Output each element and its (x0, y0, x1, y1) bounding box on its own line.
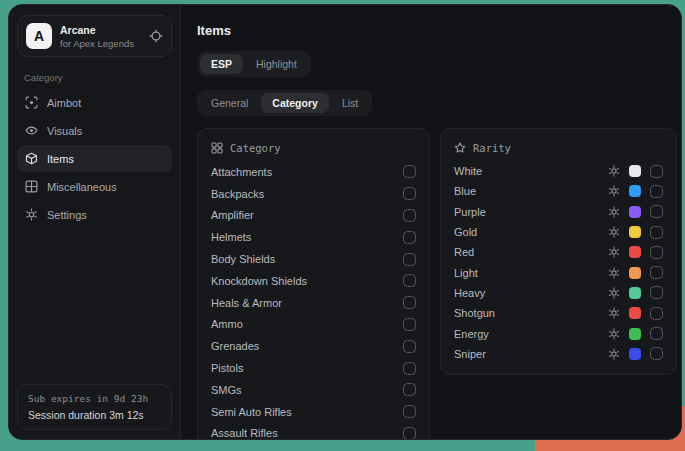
checkbox[interactable] (403, 253, 416, 266)
sidebar-nav: AimbotVisualsItemsMiscellaneousSettings (9, 89, 180, 229)
checkbox[interactable] (650, 226, 663, 239)
rarity-row-label: White (454, 165, 608, 177)
gear-icon[interactable] (608, 246, 620, 258)
category-panel-header: Category (211, 142, 416, 154)
eye-icon (25, 124, 38, 137)
app-subtitle: for Apex Legends (60, 38, 141, 49)
category-row-label: Helmets (211, 231, 403, 243)
color-swatch[interactable] (629, 185, 641, 197)
color-swatch[interactable] (629, 206, 641, 218)
checkbox[interactable] (650, 246, 663, 259)
category-row-label: Grenades (211, 340, 403, 352)
rarity-row-label: Heavy (454, 287, 608, 299)
tab-general[interactable]: General (200, 93, 259, 113)
category-row-grenades: Grenades (211, 335, 416, 357)
gear-icon[interactable] (608, 287, 620, 299)
category-row-label: Ammo (211, 318, 403, 330)
color-swatch[interactable] (629, 165, 641, 177)
sidebar-item-settings[interactable]: Settings (17, 201, 172, 228)
checkbox[interactable] (403, 427, 416, 440)
category-row-assault-rifles: Assault Rifles (211, 423, 416, 440)
tab-highlight[interactable]: Highlight (245, 54, 308, 74)
checkbox[interactable] (403, 405, 416, 418)
checkbox[interactable] (650, 165, 663, 178)
checkbox[interactable] (650, 327, 663, 340)
category-row-label: Attachments (211, 166, 403, 178)
checkbox[interactable] (650, 347, 663, 360)
category-row-label: Body Shields (211, 253, 403, 265)
rarity-rows: WhiteBluePurpleGoldRedLightHeavyShotgunE… (454, 161, 663, 364)
sub-expiry-text: Sub expires in 9d 23h (28, 393, 161, 404)
box-icon (25, 152, 38, 165)
sidebar-item-label: Miscellaneous (47, 181, 117, 193)
checkbox[interactable] (650, 286, 663, 299)
rarity-row-label: Sniper (454, 348, 608, 360)
color-swatch[interactable] (629, 328, 641, 340)
category-panel-title: Category (230, 142, 281, 154)
sidebar-item-miscellaneous[interactable]: Miscellaneous (17, 173, 172, 200)
color-swatch[interactable] (629, 348, 641, 360)
main-content: Items ESPHighlight GeneralCategoryList (181, 5, 682, 439)
sidebar-item-label: Visuals (47, 125, 82, 137)
checkbox[interactable] (403, 209, 416, 222)
category-row-smgs: SMGs (211, 379, 416, 401)
rarity-row-energy: Energy (454, 323, 663, 343)
gear-icon[interactable] (608, 226, 620, 238)
checkbox[interactable] (650, 185, 663, 198)
checkbox[interactable] (403, 165, 416, 178)
category-row-label: Assault Rifles (211, 427, 403, 439)
category-row-pistols: Pistols (211, 357, 416, 379)
rarity-row-purple: Purple (454, 202, 663, 222)
gear-icon[interactable] (608, 165, 620, 177)
checkbox[interactable] (403, 340, 416, 353)
category-row-attachments: Attachments (211, 161, 416, 183)
checkbox[interactable] (650, 307, 663, 320)
checkbox[interactable] (403, 187, 416, 200)
gear-icon[interactable] (608, 206, 620, 218)
checkbox[interactable] (403, 296, 416, 309)
color-swatch[interactable] (629, 307, 641, 319)
panels: Category AttachmentsBackpacksAmplifierHe… (197, 128, 677, 440)
category-row-label: Heals & Armor (211, 297, 403, 309)
session-duration-text: Session duration 3m 12s (28, 409, 161, 421)
rarity-row-blue: Blue (454, 181, 663, 201)
mode-tab-group: ESPHighlight (197, 51, 311, 77)
gear-icon[interactable] (608, 185, 620, 197)
checkbox[interactable] (403, 318, 416, 331)
tab-category[interactable]: Category (261, 93, 329, 113)
tab-esp[interactable]: ESP (200, 54, 243, 74)
sidebar-item-items[interactable]: Items (17, 145, 172, 172)
app-card: A Arcane for Apex Legends (17, 15, 172, 57)
gear-icon[interactable] (608, 307, 620, 319)
rarity-row-red: Red (454, 242, 663, 262)
checkbox[interactable] (650, 266, 663, 279)
tab-list[interactable]: List (331, 93, 369, 113)
color-swatch[interactable] (629, 267, 641, 279)
gear-icon[interactable] (608, 267, 620, 279)
page-title: Items (197, 23, 677, 38)
checkbox[interactable] (403, 362, 416, 375)
checkbox[interactable] (403, 383, 416, 396)
color-swatch[interactable] (629, 287, 641, 299)
app-meta: Arcane for Apex Legends (60, 24, 141, 49)
rarity-row-heavy: Heavy (454, 283, 663, 303)
gear-icon[interactable] (608, 328, 620, 340)
color-swatch[interactable] (629, 226, 641, 238)
checkbox[interactable] (650, 205, 663, 218)
app-logo: A (26, 23, 52, 49)
sidebar-item-aimbot[interactable]: Aimbot (17, 89, 172, 116)
category-panel: Category AttachmentsBackpacksAmplifierHe… (197, 128, 430, 440)
gear-icon[interactable] (608, 348, 620, 360)
color-swatch[interactable] (629, 246, 641, 258)
gear-icon (25, 208, 38, 221)
rarity-row-label: Light (454, 267, 608, 279)
crosshair-icon[interactable] (149, 29, 163, 43)
rarity-row-shotgun: Shotgun (454, 303, 663, 323)
sidebar-section-label: Category (24, 72, 180, 83)
category-row-knockdown-shields: Knockdown Shields (211, 270, 416, 292)
checkbox[interactable] (403, 274, 416, 287)
checkbox[interactable] (403, 231, 416, 244)
sidebar: A Arcane for Apex Legends Category Aimbo… (9, 5, 181, 439)
sidebar-item-visuals[interactable]: Visuals (17, 117, 172, 144)
rarity-row-light: Light (454, 262, 663, 282)
